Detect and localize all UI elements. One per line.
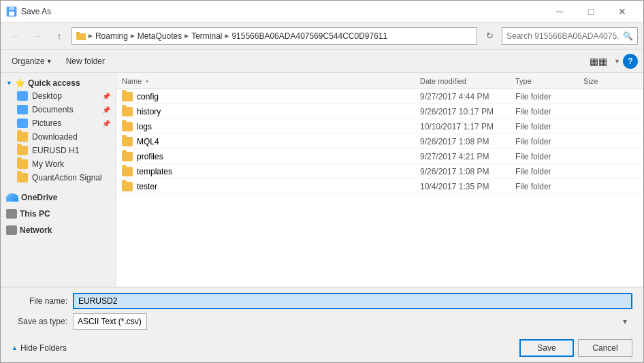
quick-access-icon: ⭐ <box>15 78 25 88</box>
savetype-select[interactable]: ASCII Text (*.csv) <box>73 313 147 330</box>
sidebar-item-label: Documents <box>32 105 74 114</box>
breadcrumb-id[interactable]: 915566BA06ADA407569C544CC0D97611 <box>231 31 387 41</box>
buttons-area: ▲ Hide Folders Save Cancel <box>1 336 643 362</box>
filename-label: File name: <box>12 296 73 306</box>
sidebar-item-downloaded[interactable]: Downloaded <box>1 130 116 144</box>
folder-icon <box>122 122 133 131</box>
sidebar-item-desktop[interactable]: Desktop 📌 <box>1 89 116 103</box>
folder-icon <box>17 159 28 169</box>
table-row[interactable]: config 9/27/2017 4:44 PM File folder <box>116 89 643 104</box>
breadcrumb-roaming[interactable]: Roaming <box>95 31 128 41</box>
help-button[interactable]: ? <box>623 54 638 69</box>
view-button[interactable]: ▦▦ <box>584 52 613 70</box>
table-row[interactable]: MQL4 9/26/2017 1:08 PM File folder <box>116 134 643 149</box>
breadcrumb[interactable]: ► Roaming ► MetaQuotes ► Terminal ► 9155… <box>71 27 477 45</box>
column-name[interactable]: Name ▲ <box>122 77 420 85</box>
folder-icon <box>17 146 28 155</box>
new-folder-button[interactable]: New folder <box>61 52 110 70</box>
savetype-row: Save as type: ASCII Text (*.csv) <box>12 313 632 330</box>
sidebar-item-documents[interactable]: Documents 📌 <box>1 103 116 116</box>
pin-icon: 📌 <box>102 120 110 127</box>
file-list: Name ▲ Date modified Type Size config <box>116 73 643 287</box>
desktop-icon <box>17 91 28 101</box>
action-buttons: Save Cancel <box>519 339 632 357</box>
breadcrumb-metaquotes[interactable]: MetaQuotes <box>138 31 182 41</box>
sidebar-item-label: Downloaded <box>32 132 78 142</box>
svg-rect-1 <box>9 7 14 10</box>
address-bar: ← → ↑ ► Roaming ► MetaQuotes ► Terminal … <box>1 22 643 50</box>
folder-breadcrumb-icon <box>76 32 86 40</box>
chevron-up-icon: ▲ <box>12 345 18 351</box>
table-row[interactable]: logs 10/10/2017 1:17 PM File folder <box>116 119 643 134</box>
sidebar-section-network[interactable]: Network <box>1 223 116 236</box>
sidebar-section-quick-access[interactable]: ▼ ⭐ Quick access <box>1 76 116 89</box>
sidebar-item-label: My Work <box>32 159 64 169</box>
sidebar-item-pictures[interactable]: Pictures 📌 <box>1 116 116 130</box>
thispc-label: This PC <box>20 209 50 219</box>
sidebar-item-mywork[interactable]: My Work <box>1 157 116 171</box>
chevron-down-icon: ▼ <box>46 58 52 65</box>
table-row[interactable]: profiles 9/27/2017 4:21 PM File folder <box>116 149 643 164</box>
savetype-label: Save as type: <box>12 317 73 326</box>
window-controls: ─ □ ✕ <box>544 1 638 22</box>
sidebar-section-onedrive[interactable]: OneDrive <box>1 190 116 204</box>
folder-icon <box>122 182 133 191</box>
sidebar-item-label: Desktop <box>32 91 62 101</box>
breadcrumb-terminal[interactable]: Terminal <box>191 31 222 41</box>
search-input[interactable] <box>506 31 620 41</box>
column-type[interactable]: Type <box>515 77 583 85</box>
pc-icon <box>6 209 17 219</box>
filename-input[interactable] <box>73 293 632 309</box>
up-button[interactable]: ↑ <box>50 27 69 46</box>
folder-icon <box>122 107 133 116</box>
search-box: 🔍 <box>502 27 638 45</box>
window-title: Save As <box>21 7 544 16</box>
folder-icon <box>122 152 133 161</box>
back-button[interactable]: ← <box>6 27 25 46</box>
quick-access-label: Quick access <box>28 78 80 88</box>
cancel-button[interactable]: Cancel <box>578 339 632 357</box>
view-chevron: ▼ <box>614 58 620 65</box>
column-date[interactable]: Date modified <box>420 77 515 85</box>
folder-icon <box>122 92 133 101</box>
onedrive-label: OneDrive <box>21 193 57 202</box>
sidebar-item-quantaction[interactable]: QuantAction Signal <box>1 171 116 185</box>
bottom-panel: File name: Save as type: ASCII Text (*.c… <box>1 287 643 362</box>
sidebar-item-label: EURUSD H1 <box>32 146 79 155</box>
folder-icon <box>17 173 28 183</box>
main-content: ▼ ⭐ Quick access Desktop 📌 Documents 📌 P… <box>1 73 643 287</box>
table-row[interactable]: templates 9/26/2017 1:08 PM File folder <box>116 164 643 179</box>
save-icon <box>6 6 17 17</box>
form-area: File name: Save as type: ASCII Text (*.c… <box>1 287 643 336</box>
maximize-button[interactable]: □ <box>575 1 607 22</box>
documents-icon <box>17 105 28 114</box>
close-button[interactable]: ✕ <box>607 1 638 22</box>
svg-rect-5 <box>76 32 80 33</box>
savetype-wrapper: ASCII Text (*.csv) <box>73 313 632 330</box>
svg-rect-2 <box>9 12 14 16</box>
folder-icon <box>122 137 133 146</box>
chevron-down-icon: ▼ <box>6 80 12 86</box>
network-label: Network <box>20 225 52 235</box>
network-icon <box>6 225 17 235</box>
title-bar: Save As ─ □ ✕ <box>1 1 643 22</box>
sidebar-section-thispc[interactable]: This PC <box>1 206 116 220</box>
save-button[interactable]: Save <box>519 339 574 357</box>
table-row[interactable]: history 9/26/2017 10:17 PM File folder <box>116 104 643 119</box>
refresh-button[interactable]: ↻ <box>480 27 499 46</box>
sidebar: ▼ ⭐ Quick access Desktop 📌 Documents 📌 P… <box>1 73 116 287</box>
sidebar-item-eurusd[interactable]: EURUSD H1 <box>1 144 116 157</box>
minimize-button[interactable]: ─ <box>544 1 575 22</box>
hide-folders-button[interactable]: ▲ Hide Folders <box>12 343 67 353</box>
toolbar: Organize ▼ New folder ▦▦ ▼ ? <box>1 50 643 73</box>
pin-icon: 📌 <box>102 106 110 114</box>
sidebar-item-label: QuantAction Signal <box>32 173 102 183</box>
forward-button[interactable]: → <box>28 27 47 46</box>
breadcrumb-arrow: ► <box>87 32 94 40</box>
column-size[interactable]: Size <box>583 77 638 85</box>
table-row[interactable]: tester 10/4/2017 1:35 PM File folder <box>116 179 643 194</box>
organize-button[interactable]: Organize ▼ <box>6 52 58 70</box>
sort-arrow: ▲ <box>144 78 150 84</box>
filename-row: File name: <box>12 293 632 309</box>
onedrive-icon <box>6 193 18 202</box>
